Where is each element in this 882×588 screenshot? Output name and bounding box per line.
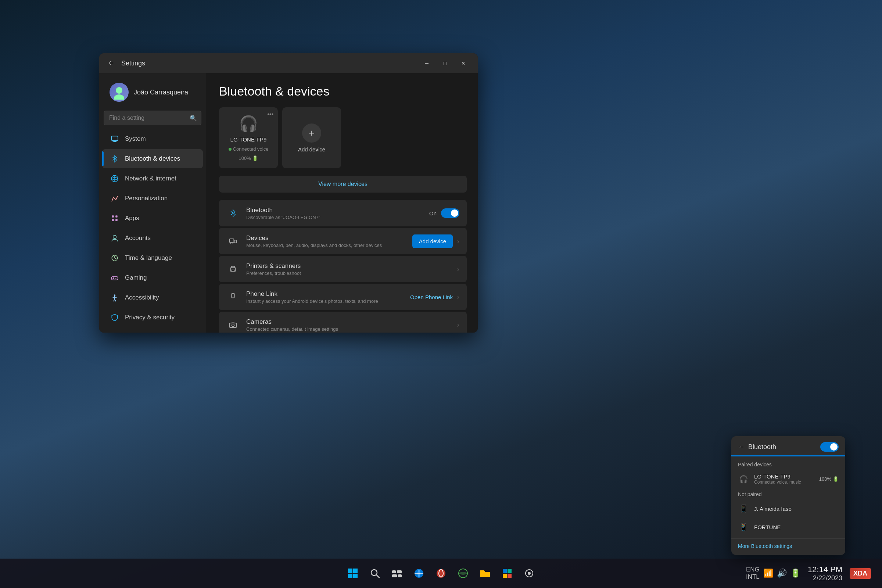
svg-rect-42 (348, 574, 352, 578)
phone-link-text: Phone Link Instantly access your Android… (246, 290, 404, 304)
phone-link-action: Open Phone Link › (410, 293, 459, 301)
printers-chevron: › (457, 266, 459, 273)
sidebar-item-accessibility[interactable]: Accessibility (102, 288, 203, 307)
accounts-label: Accounts (125, 234, 151, 242)
svg-rect-49 (398, 574, 402, 578)
sidebar-item-apps[interactable]: Apps (102, 209, 203, 228)
sidebar-item-accounts[interactable]: Accounts (102, 229, 203, 248)
svg-point-60 (528, 572, 531, 575)
toggle-on-label: On (429, 210, 436, 216)
bluetooth-row-text: Bluetooth Discoverable as "JOAO-LEGION7" (246, 207, 423, 220)
add-device-card[interactable]: ＋ Add device (282, 107, 341, 168)
bluetooth-popup: ← Bluetooth Paired devices 🎧 LG-TONE-FP9… (731, 436, 845, 555)
globe-button[interactable] (455, 565, 471, 581)
bt-divider (731, 455, 845, 456)
sidebar-item-update[interactable]: Windows Update (102, 328, 203, 333)
sidebar-item-bluetooth[interactable]: Bluetooth & devices (102, 149, 203, 168)
taskview-button[interactable] (389, 565, 405, 581)
bt-device-status: Connected voice, music (754, 480, 814, 485)
bt-headphone-icon: 🎧 (738, 474, 749, 485)
sidebar-item-network[interactable]: Network & internet (102, 169, 203, 188)
bt-device-info: LG-TONE-FP9 Connected voice, music (754, 473, 814, 485)
svg-line-45 (376, 575, 379, 578)
printers-title: Printers & scanners (246, 262, 450, 270)
bt-back-button[interactable]: ← (738, 443, 744, 451)
add-circle-icon: ＋ (302, 123, 321, 142)
add-device-button[interactable]: Add device (412, 234, 453, 248)
file-explorer-button[interactable] (477, 565, 493, 581)
svg-rect-43 (353, 574, 358, 578)
sidebar-item-privacy[interactable]: Privacy & security (102, 308, 203, 327)
sidebar-item-gaming[interactable]: Gaming (102, 268, 203, 287)
device-card-lg[interactable]: ••• 🎧 LG-TONE-FP9 Connected voice 100% 🔋 (219, 107, 278, 168)
not-paired-section-label: Not paired (731, 488, 845, 500)
bt-paired-device-row[interactable]: 🎧 LG-TONE-FP9 Connected voice, music 100… (731, 470, 845, 488)
language-indicator: ENGINTL (746, 566, 760, 581)
user-name: João Carrasqueira (134, 88, 188, 96)
phone-link-row[interactable]: Phone Link Instantly access your Android… (219, 284, 467, 310)
phone-link-chevron: › (457, 293, 459, 301)
add-device-label: Add device (298, 146, 325, 153)
device-name: LG-TONE-FP9 (230, 136, 267, 142)
cameras-subtitle: Connected cameras, default image setting… (246, 326, 450, 332)
svg-rect-47 (397, 570, 402, 573)
taskbar-search-button[interactable] (367, 565, 383, 581)
cameras-row[interactable]: Cameras Connected cameras, default image… (219, 312, 467, 333)
svg-point-35 (231, 324, 234, 327)
bluetooth-toggle[interactable] (441, 208, 459, 218)
svg-rect-41 (353, 568, 358, 573)
svg-rect-9 (112, 219, 114, 221)
devices-chevron: › (457, 237, 459, 245)
avatar (110, 82, 129, 102)
maximize-button[interactable]: □ (436, 57, 453, 70)
apps-icon (110, 213, 120, 224)
svg-rect-8 (116, 215, 118, 218)
svg-rect-7 (112, 215, 114, 218)
svg-rect-10 (116, 219, 118, 221)
unpaired-name-2: FORTUNE (754, 524, 838, 530)
opera-button[interactable] (433, 565, 449, 581)
sidebar-item-time[interactable]: Time & language (102, 248, 203, 267)
browser-button[interactable] (411, 565, 427, 581)
printers-row[interactable]: Printers & scanners Preferences, trouble… (219, 256, 467, 282)
device-cards: ••• 🎧 LG-TONE-FP9 Connected voice 100% 🔋… (219, 107, 467, 168)
user-profile[interactable]: João Carrasqueira (102, 77, 203, 108)
speaker-icon[interactable]: 🔊 (777, 568, 787, 578)
settings-window: Settings ─ □ ✕ João Carrasqueira (99, 53, 478, 333)
bluetooth-row[interactable]: Bluetooth Discoverable as "JOAO-LEGION7"… (219, 200, 467, 226)
taskbar-clock[interactable]: 12:14 PM 2/22/2023 (808, 565, 842, 582)
search-box: 🔍 (104, 111, 201, 125)
cameras-row-icon (226, 318, 240, 332)
sidebar-item-system[interactable]: System (102, 129, 203, 148)
bt-unpaired-row-2[interactable]: 📱 FORTUNE (731, 518, 845, 536)
time-icon (110, 253, 120, 263)
back-button[interactable] (105, 57, 117, 69)
bluetooth-row-icon (226, 207, 240, 220)
color-app-button[interactable] (499, 565, 515, 581)
bt-unpaired-row-1[interactable]: 📱 J. Almeida Iaso (731, 500, 845, 518)
wifi-icon[interactable]: 📶 (763, 568, 773, 578)
accounts-icon (110, 233, 120, 243)
title-bar-left: Settings (105, 57, 145, 69)
taskbar-settings-button[interactable] (521, 565, 537, 581)
devices-row-icon (226, 234, 240, 248)
bt-phone-icon-2: 📱 (738, 522, 749, 532)
close-button[interactable]: ✕ (455, 57, 472, 70)
minimize-button[interactable]: ─ (418, 57, 435, 70)
open-phone-link-label: Open Phone Link (410, 294, 453, 300)
privacy-label: Privacy & security (125, 314, 175, 321)
settings-body: João Carrasqueira 🔍 System (99, 73, 478, 333)
title-bar: Settings ─ □ ✕ (99, 53, 478, 73)
privacy-icon (110, 312, 120, 322)
search-input[interactable] (104, 111, 201, 125)
devices-row[interactable]: Devices Mouse, keyboard, pen, audio, dis… (219, 228, 467, 254)
battery-taskbar-icon[interactable]: 🔋 (790, 568, 800, 578)
sidebar-item-personalization[interactable]: Personalization (102, 189, 203, 208)
device-more-button[interactable]: ••• (267, 111, 273, 118)
start-button[interactable] (345, 565, 361, 581)
taskbar-right: ENGINTL 📶 🔊 🔋 12:14 PM 2/22/2023 XDA (746, 565, 871, 582)
more-bt-settings-link[interactable]: More Bluetooth settings (731, 538, 845, 555)
view-more-button[interactable]: View more devices (219, 176, 467, 193)
bt-popup-toggle[interactable] (820, 442, 838, 452)
cameras-chevron: › (457, 321, 459, 329)
